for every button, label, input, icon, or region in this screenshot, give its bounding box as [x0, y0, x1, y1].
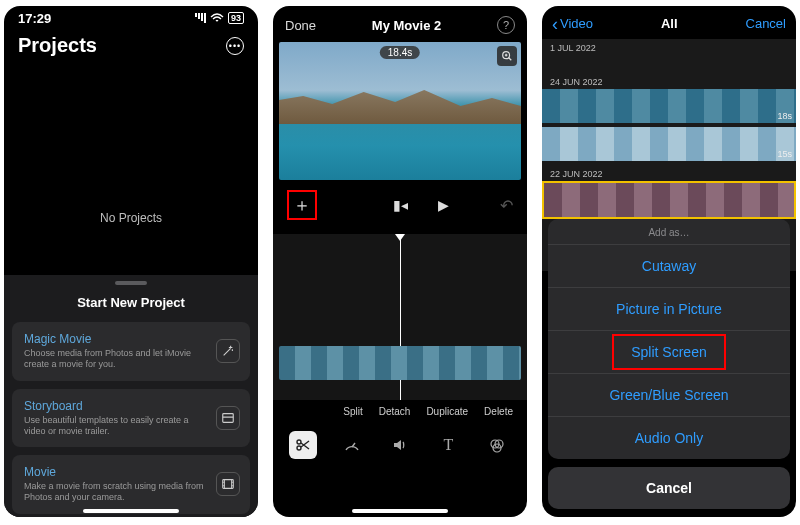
toolbar: T: [273, 421, 527, 475]
film-icon: [216, 472, 240, 496]
add-as-sheet: Add as… Cutaway Picture in Picture Split…: [548, 219, 790, 509]
sheet-title: Start New Project: [4, 295, 258, 310]
option-sub: Choose media from Photos and let iMovie …: [24, 348, 210, 371]
option-title: Magic Movie: [24, 332, 210, 346]
option-split-screen[interactable]: Split Screen: [548, 330, 790, 373]
done-button[interactable]: Done: [285, 18, 316, 33]
option-green-screen[interactable]: Green/Blue Screen: [548, 373, 790, 416]
back-button[interactable]: Video: [552, 16, 593, 31]
screen-projects: 17:29 93 Projects ••• No Projects Start …: [4, 6, 258, 517]
highlight-add: ＋: [287, 190, 317, 220]
date-label: 1 JUL 2022: [542, 39, 796, 55]
help-icon[interactable]: ?: [497, 16, 515, 34]
signal-icon: [195, 13, 206, 23]
battery-icon: 93: [228, 12, 244, 24]
date-label: 24 JUN 2022: [542, 73, 796, 89]
editor-nav: Done My Movie 2 ?: [273, 6, 527, 40]
duration-badge: 18.4s: [380, 46, 420, 59]
video-preview[interactable]: 18.4s: [279, 42, 521, 180]
wand-icon: [216, 339, 240, 363]
option-title: Storyboard: [24, 399, 210, 413]
option-title: Movie: [24, 465, 210, 479]
text-icon[interactable]: T: [434, 431, 462, 459]
svg-rect-0: [223, 413, 234, 422]
option-pip[interactable]: Picture in Picture: [548, 287, 790, 330]
speed-icon[interactable]: [338, 431, 366, 459]
timeline-clip[interactable]: [279, 346, 521, 380]
cancel-button[interactable]: Cancel: [746, 16, 786, 31]
timeline[interactable]: [273, 234, 527, 400]
home-indicator[interactable]: [352, 509, 448, 513]
add-media-button[interactable]: ＋: [291, 194, 313, 216]
segment-all[interactable]: All: [661, 16, 678, 31]
clip-thumb[interactable]: 18s: [542, 89, 796, 123]
more-icon[interactable]: •••: [226, 37, 244, 55]
wifi-icon: [210, 13, 224, 23]
svg-point-4: [297, 446, 301, 450]
action-split[interactable]: Split: [343, 406, 362, 417]
status-right: 93: [195, 12, 244, 24]
storyboard-icon: [216, 406, 240, 430]
screen-editor: Done My Movie 2 ? 18.4s ＋ ▮◂ ▶ ↶ Split D…: [273, 6, 527, 517]
option-storyboard[interactable]: Storyboard Use beautiful templates to ea…: [12, 389, 250, 448]
sheet-title: Add as…: [548, 219, 790, 244]
empty-state: No Projects: [4, 211, 258, 225]
status-time: 17:29: [18, 11, 51, 26]
action-delete[interactable]: Delete: [484, 406, 513, 417]
option-cutaway[interactable]: Cutaway: [548, 244, 790, 287]
date-label: 22 JUN 2022: [542, 165, 796, 181]
page-title: Projects: [18, 34, 97, 57]
action-duplicate[interactable]: Duplicate: [426, 406, 468, 417]
zoom-icon[interactable]: [497, 46, 517, 66]
undo-icon[interactable]: ↶: [500, 196, 513, 215]
new-project-sheet: Start New Project Magic Movie Choose med…: [4, 275, 258, 517]
clip-thumb-selected[interactable]: [542, 181, 796, 219]
prev-frame-icon[interactable]: ▮◂: [393, 197, 408, 213]
header: Projects •••: [4, 30, 258, 63]
filters-icon[interactable]: [483, 431, 511, 459]
playback-row: ＋ ▮◂ ▶ ↶: [273, 180, 527, 228]
svg-point-3: [297, 440, 301, 444]
option-sub: Make a movie from scratch using media fr…: [24, 481, 210, 504]
option-audio-only[interactable]: Audio Only: [548, 416, 790, 459]
screen-media-picker: Video All Cancel 1 JUL 2022 24 JUN 2022 …: [542, 6, 796, 517]
clip-actions: Split Detach Duplicate Delete: [273, 400, 527, 421]
sheet-grabber[interactable]: [115, 281, 147, 285]
home-indicator[interactable]: [83, 509, 179, 513]
option-movie[interactable]: Movie Make a movie from scratch using me…: [12, 455, 250, 514]
clip-thumb[interactable]: 15s: [542, 127, 796, 161]
sheet-cancel-button[interactable]: Cancel: [548, 467, 790, 509]
option-sub: Use beautiful templates to easily create…: [24, 415, 210, 438]
play-icon[interactable]: ▶: [438, 197, 449, 213]
option-magic-movie[interactable]: Magic Movie Choose media from Photos and…: [12, 322, 250, 381]
volume-icon[interactable]: [386, 431, 414, 459]
scissors-icon[interactable]: [289, 431, 317, 459]
picker-nav: Video All Cancel: [542, 6, 796, 39]
project-title: My Movie 2: [372, 18, 441, 33]
action-detach[interactable]: Detach: [379, 406, 411, 417]
status-bar: 17:29 93: [4, 6, 258, 30]
preview-mountain: [279, 84, 521, 124]
